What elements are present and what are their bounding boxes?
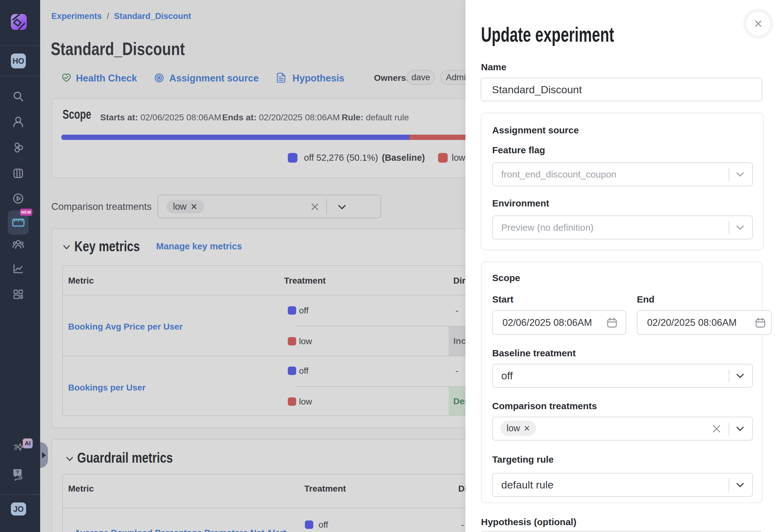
- svg-text:?: ?: [16, 470, 19, 475]
